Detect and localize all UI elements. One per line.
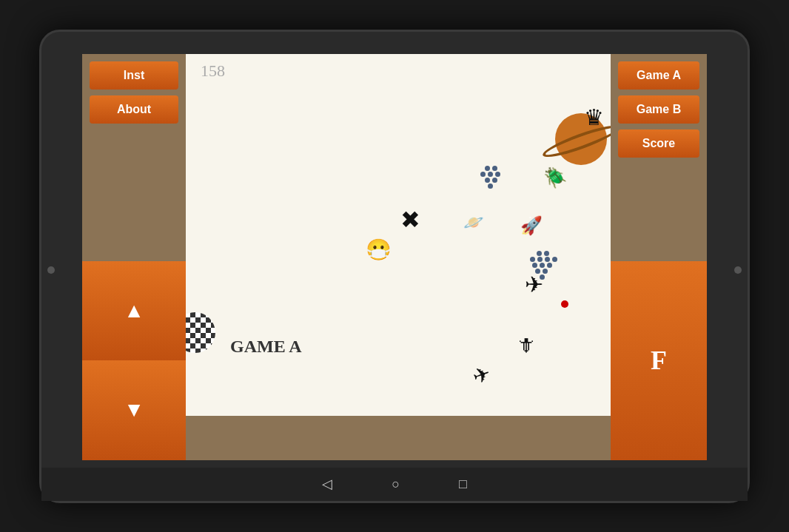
nav-bar: ◁ ○ □ <box>41 468 748 501</box>
device-inner: Inst About ▲ ▼ 158 GAME A <box>82 54 707 460</box>
game-label: GAME A <box>230 337 302 357</box>
dot <box>485 166 490 171</box>
nav-home-button[interactable]: ○ <box>392 477 400 492</box>
sprite-plane-3: ✈ <box>607 374 611 402</box>
score-button[interactable]: Score <box>618 129 699 158</box>
game-a-button[interactable]: Game A <box>618 61 699 90</box>
left-panel: Inst About ▲ ▼ <box>82 54 186 460</box>
dot <box>492 166 497 171</box>
dot <box>492 178 497 183</box>
dot <box>537 251 542 256</box>
dot <box>544 251 549 256</box>
sprite-crosshair: ✖ <box>400 206 420 234</box>
device: Inst About ▲ ▼ 158 GAME A <box>39 30 750 503</box>
sprite-crown: ♛ <box>584 104 604 130</box>
score-display: 158 <box>201 61 225 81</box>
sprite-bomb: 🗡 <box>516 334 535 357</box>
dot <box>552 257 557 262</box>
f-button[interactable]: F <box>611 261 707 460</box>
dots-cluster-1 <box>474 161 511 198</box>
down-button[interactable]: ▼ <box>82 360 186 460</box>
dot <box>540 263 545 268</box>
dot <box>543 269 548 274</box>
game-b-button[interactable]: Game B <box>618 95 699 124</box>
bottom-bar <box>186 416 611 460</box>
sprite-saturn-small: 🪐 <box>463 213 483 232</box>
dot <box>488 183 493 189</box>
left-dot <box>47 266 55 274</box>
sprite-bug: 🪲 <box>543 166 567 189</box>
nav-recent-button[interactable]: □ <box>459 477 467 492</box>
dot <box>537 257 543 262</box>
dot <box>532 263 537 268</box>
game-area: 158 GAME A <box>186 54 611 416</box>
dot <box>495 172 500 177</box>
sprite-plane-2: ✈ <box>469 361 494 390</box>
dot <box>488 172 493 177</box>
dot <box>547 263 552 268</box>
dot <box>545 257 550 262</box>
checker-ball <box>186 312 215 353</box>
sprite-plane-1: ✈ <box>525 272 543 297</box>
left-bottom-controls: ▲ ▼ <box>82 261 186 460</box>
dot <box>480 172 486 177</box>
dot <box>530 257 535 262</box>
top-left-controls: Inst About <box>82 54 186 261</box>
sprite-rocket: 🚀 <box>520 215 543 236</box>
sprite-mask: 😷 <box>366 238 392 262</box>
inst-button[interactable]: Inst <box>90 61 178 90</box>
up-button[interactable]: ▲ <box>82 261 186 361</box>
right-dot <box>734 266 742 274</box>
center-panel: 158 GAME A <box>186 54 611 460</box>
nav-back-button[interactable]: ◁ <box>322 476 332 492</box>
about-button[interactable]: About <box>90 95 178 124</box>
right-panel: Game A Game B Score F <box>611 54 707 460</box>
top-right-controls: Game A Game B Score <box>611 54 707 261</box>
dot <box>485 178 490 183</box>
sprite-red-dot <box>561 300 568 308</box>
